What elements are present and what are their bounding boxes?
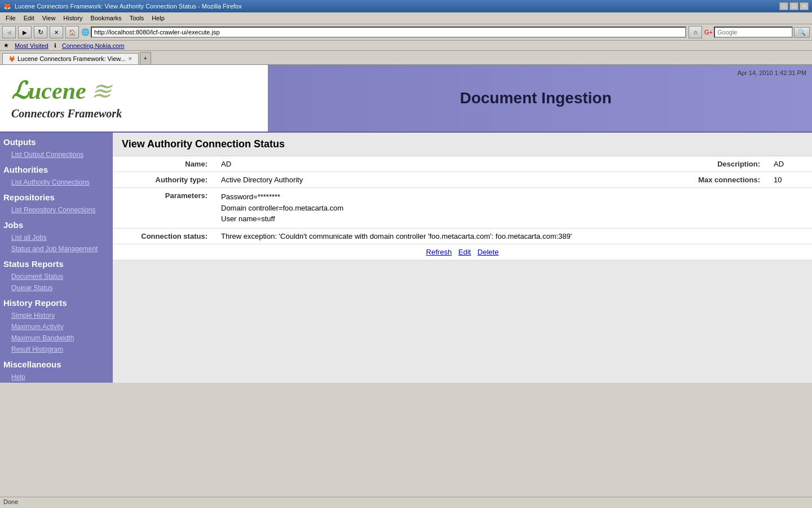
tab-close-button[interactable]: ✕ [128, 56, 133, 62]
back-button[interactable]: ◀ [2, 26, 16, 38]
window-title: Lucene Connectors Framework: View Author… [15, 3, 242, 10]
minimize-button[interactable]: − [779, 2, 788, 10]
sidebar-item-simple-history[interactable]: Simple History [0, 310, 113, 321]
sidebar: Outputs List Output Connections Authorit… [0, 133, 113, 383]
logo-wrapper: ℒucene ≋ Connectors Framework [11, 76, 122, 120]
address-bar: 🌐 [81, 27, 686, 38]
sidebar-section-history-reports: History Reports [0, 294, 113, 310]
menu-edit[interactable]: Edit [20, 14, 38, 23]
parameters-label: Parameters: [113, 188, 214, 229]
logo-wing-icon: ≋ [91, 76, 112, 105]
menu-view[interactable]: View [39, 14, 59, 23]
name-value: AD [214, 156, 665, 172]
parameters-value: Password=******** Domain controller=foo.… [214, 188, 812, 229]
edit-link[interactable]: Edit [458, 248, 471, 256]
menu-bar: File Edit View History Bookmarks Tools H… [0, 12, 812, 24]
search-button[interactable]: 🔍 [794, 27, 810, 38]
active-tab[interactable]: 🦊 Lucene Connectors Framework: View... ✕ [2, 53, 139, 64]
main-layout: Outputs List Output Connections Authorit… [0, 133, 812, 383]
bookmark-star-button[interactable]: ☆ [689, 26, 702, 38]
description-label: Description: [665, 156, 767, 172]
sidebar-item-list-all-jobs[interactable]: List all Jobs [0, 232, 113, 243]
actions-cell: Refresh Edit Delete [113, 244, 812, 260]
search-input[interactable] [714, 27, 793, 38]
delete-link[interactable]: Delete [478, 248, 499, 256]
logo-lines: ℒucene ≋ Connectors Framework [11, 76, 122, 120]
info-table-wrapper: Name: AD Description: AD Authority type:… [113, 156, 812, 260]
content-area: View Authority Connection Status Name: A… [113, 133, 812, 383]
sidebar-section-jobs: Jobs [0, 216, 113, 232]
page-title: View Authority Connection Status [113, 133, 812, 156]
most-visited-bookmark[interactable]: Most Visited [15, 42, 48, 49]
address-input[interactable] [91, 27, 686, 38]
menu-bookmarks[interactable]: Bookmarks [87, 14, 125, 23]
address-icon: 🌐 [81, 28, 90, 36]
header-logo-area: ℒucene ≋ Connectors Framework [0, 71, 259, 126]
connecting-nokia-icon: ℹ [54, 42, 56, 49]
max-connections-label: Max connections: [665, 172, 767, 188]
info-table: Name: AD Description: AD Authority type:… [113, 156, 812, 260]
sidebar-item-list-output-connections[interactable]: List Output Connections [0, 149, 113, 160]
authority-type-label: Authority type: [113, 172, 214, 188]
stop-button[interactable]: ✕ [50, 26, 63, 38]
new-tab-button[interactable]: + [140, 52, 151, 64]
menu-help[interactable]: Help [148, 14, 168, 23]
menu-file[interactable]: File [2, 14, 19, 23]
sidebar-item-help[interactable]: Help [0, 371, 113, 383]
sidebar-item-result-histogram[interactable]: Result Histogram [0, 344, 113, 355]
header-title-area: Document Ingestion [259, 89, 812, 107]
sidebar-item-status-job-management[interactable]: Status and Job Management [0, 243, 113, 255]
sidebar-item-list-repository-connections[interactable]: List Repository Connections [0, 204, 113, 216]
reload-button[interactable]: ↻ [34, 26, 47, 38]
sidebar-section-repositories: Repositories [0, 188, 113, 204]
description-value: AD [767, 156, 812, 172]
home-button[interactable]: 🏠 [65, 26, 79, 38]
page-header: Apr 14, 2010 1:42:31 PM ℒucene ≋ Connect… [0, 65, 812, 133]
sidebar-item-queue-status[interactable]: Queue Status [0, 282, 113, 294]
toolbar: ◀ ▶ ↻ ✕ 🏠 🌐 ☆ G+ 🔍 [0, 24, 812, 41]
search-area: G+ 🔍 [704, 27, 810, 38]
authority-type-row: Authority type: Active Directory Authori… [113, 172, 812, 188]
parameters-row: Parameters: Password=******** Domain con… [113, 188, 812, 229]
connection-status-label: Connection status: [113, 228, 214, 244]
sidebar-item-maximum-activity[interactable]: Maximum Activity [0, 321, 113, 332]
title-bar-left: 🦊 Lucene Connectors Framework: View Auth… [3, 3, 242, 10]
header-title: Document Ingestion [460, 89, 611, 107]
tab-bar: 🦊 Lucene Connectors Framework: View... ✕… [0, 51, 812, 65]
header-datetime: Apr 14, 2010 1:42:31 PM [738, 69, 806, 76]
sidebar-item-list-authority-connections[interactable]: List Authority Connections [0, 177, 113, 188]
sidebar-section-outputs: Outputs [0, 133, 113, 149]
sidebar-section-miscellaneous: Miscellaneous [0, 355, 113, 371]
authority-type-value: Active Directory Authority [214, 172, 665, 188]
connection-status-row: Connection status: Threw exception: 'Cou… [113, 228, 812, 244]
title-bar: 🦊 Lucene Connectors Framework: View Auth… [0, 0, 812, 12]
close-button[interactable]: × [800, 2, 809, 10]
most-visited-icon: ★ [3, 42, 9, 49]
menu-tools[interactable]: Tools [126, 14, 148, 23]
name-label: Name: [113, 156, 214, 172]
maximize-button[interactable]: □ [789, 2, 798, 10]
max-connections-value: 10 [767, 172, 812, 188]
sidebar-item-maximum-bandwidth[interactable]: Maximum Bandwidth [0, 332, 113, 344]
search-engine-icon: G+ [704, 29, 713, 36]
logo-text-lucene: ℒucene [11, 77, 86, 104]
browser-icon: 🦊 [3, 3, 11, 10]
bookmarks-bar: ★ Most Visited ℹ Connecting.Nokia.com [0, 41, 812, 51]
name-row: Name: AD Description: AD [113, 156, 812, 172]
tab-favicon: 🦊 [8, 56, 15, 62]
logo-subtitle: Connectors Framework [11, 107, 122, 120]
sidebar-section-authorities: Authorities [0, 160, 113, 177]
sidebar-section-status-reports: Status Reports [0, 255, 113, 271]
forward-button[interactable]: ▶ [18, 26, 32, 38]
sidebar-item-document-status[interactable]: Document Status [0, 271, 113, 282]
title-bar-controls[interactable]: − □ × [779, 2, 809, 10]
tab-label: Lucene Connectors Framework: View... [17, 55, 126, 62]
connecting-nokia-bookmark[interactable]: Connecting.Nokia.com [62, 42, 125, 49]
connection-status-value: Threw exception: 'Couldn't communicate w… [214, 228, 812, 244]
menu-history[interactable]: History [60, 14, 86, 23]
actions-row: Refresh Edit Delete [113, 244, 812, 260]
refresh-link[interactable]: Refresh [426, 248, 452, 256]
